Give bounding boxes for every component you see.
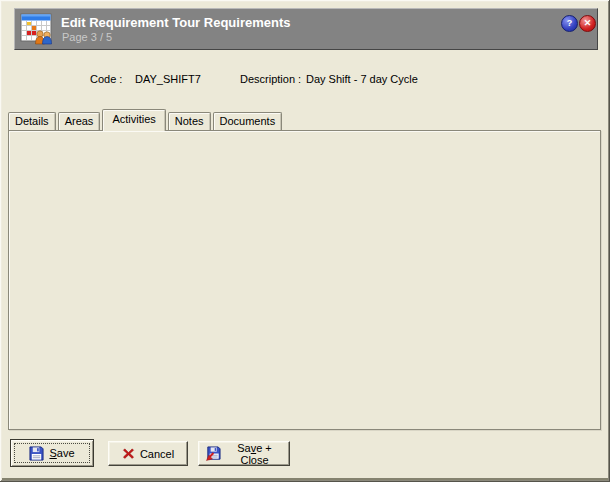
cancel-x-icon <box>122 447 135 460</box>
code-value: DAY_SHIFT7 <box>135 73 201 85</box>
help-button[interactable]: ? <box>561 15 578 32</box>
page-indicator: Page 3 / 5 <box>62 31 112 43</box>
save-floppy-icon <box>29 446 44 461</box>
dialog-window: Edit Requirement Tour Requirements Page … <box>0 0 610 482</box>
dialog-title: Edit Requirement Tour Requirements <box>61 15 290 30</box>
save-button-label: Save <box>49 447 74 459</box>
tab-details[interactable]: Details <box>8 112 56 130</box>
save-close-floppy-arrow-icon <box>205 446 221 462</box>
cancel-button-label: Cancel <box>140 448 174 460</box>
tab-activities[interactable]: Activities <box>102 109 165 131</box>
close-icon: ✕ <box>584 19 592 28</box>
code-label: Code : <box>90 73 122 85</box>
description-value: Day Shift - 7 day Cycle <box>306 73 418 85</box>
close-button[interactable]: ✕ <box>579 15 596 32</box>
cancel-button[interactable]: Cancel <box>108 441 188 466</box>
save-close-button-label: Save + Close <box>226 442 283 466</box>
tab-areas[interactable]: Areas <box>58 112 101 130</box>
tab-notes[interactable]: Notes <box>168 112 211 130</box>
dialog-header: Edit Requirement Tour Requirements Page … <box>14 8 598 50</box>
calendar-people-icon <box>20 11 54 45</box>
tab-panel-activities <box>8 130 601 430</box>
tab-bar: Details Areas Activities Notes Documents <box>8 109 284 131</box>
tab-documents[interactable]: Documents <box>213 112 283 130</box>
save-close-button[interactable]: Save + Close <box>198 441 290 466</box>
help-icon: ? <box>567 19 573 28</box>
description-label: Description : <box>240 73 301 85</box>
save-button[interactable]: Save <box>10 439 94 467</box>
